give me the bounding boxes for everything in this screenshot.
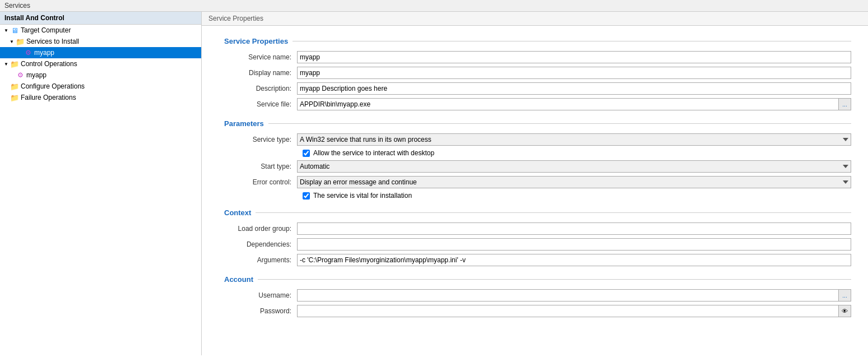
expand-target-computer[interactable]: ▼ xyxy=(2,26,10,34)
label-username: Username: xyxy=(224,291,297,299)
browse-service-file-button[interactable]: ... xyxy=(839,98,851,110)
expand-configure-operations xyxy=(2,82,10,90)
right-panel-header: Service Properties xyxy=(202,12,868,26)
tree-item-configure-operations[interactable]: 📁 Configure Operations xyxy=(0,81,201,92)
row-display-name: Display name: xyxy=(224,67,851,79)
label-load-order-group: Load order group: xyxy=(224,225,297,233)
label-error-control: Error control: xyxy=(224,178,297,186)
tree-label-services-to-install: Services to Install xyxy=(26,38,79,45)
row-vital-checkbox: The service is vital for installation xyxy=(224,192,851,200)
label-start-type: Start type: xyxy=(224,163,297,170)
input-dependencies[interactable] xyxy=(297,238,851,251)
tree-item-control-operations[interactable]: ▼ 📁 Control Operations xyxy=(0,58,201,69)
show-password-button[interactable]: 👁 xyxy=(839,305,851,317)
label-description: Description: xyxy=(224,85,297,92)
label-arguments: Arguments: xyxy=(224,256,297,264)
row-service-file: Service file: ... xyxy=(224,98,851,110)
main-container: Install And Control ▼ 🖥 Target Computer … xyxy=(0,12,868,355)
input-password[interactable] xyxy=(297,305,839,317)
computer-icon: 🖥 xyxy=(10,26,19,35)
label-service-file: Service file: xyxy=(224,100,297,108)
expand-failure-operations xyxy=(2,94,10,101)
label-vital-installation: The service is vital for installation xyxy=(313,192,412,200)
username-input-group: ... xyxy=(297,289,851,302)
folder-icon-services: 📁 xyxy=(16,37,25,46)
row-password: Password: 👁 xyxy=(224,305,851,317)
tree-item-failure-operations[interactable]: 📁 Failure Operations xyxy=(0,92,201,103)
tree-label-myapp-control: myapp xyxy=(26,71,47,79)
app-title: Services xyxy=(4,2,30,10)
folder-icon-failure: 📁 xyxy=(10,93,19,102)
service-file-input-group: ... xyxy=(297,98,851,110)
expand-control-operations[interactable]: ▼ xyxy=(2,60,10,68)
tree-label-target-computer: Target Computer xyxy=(21,26,71,34)
label-service-name: Service name: xyxy=(224,53,297,61)
row-service-name: Service name: xyxy=(224,51,851,63)
row-start-type: Start type: Automatic Manual Disabled xyxy=(224,160,851,173)
input-arguments[interactable] xyxy=(297,254,851,266)
row-error-control: Error control: Display an error message … xyxy=(224,176,851,188)
tree-label-myapp-service: myapp xyxy=(34,49,54,57)
password-input-group: 👁 xyxy=(297,305,851,317)
expand-myapp-control xyxy=(8,71,16,79)
right-panel: Service Properties Service Properties Se… xyxy=(202,12,868,355)
input-display-name[interactable] xyxy=(297,67,851,79)
row-load-order-group: Load order group: xyxy=(224,222,851,235)
label-display-name: Display name: xyxy=(224,69,297,77)
app-icon-myapp-control: ⚙ xyxy=(16,71,25,80)
app-icon-myapp-service: ⚙ xyxy=(24,48,33,57)
checkbox-vital-installation[interactable] xyxy=(303,192,310,200)
label-service-type: Service type: xyxy=(224,136,297,143)
select-service-type[interactable]: A Win32 service that runs in its own pro… xyxy=(297,133,851,146)
checkbox-interact-desktop[interactable] xyxy=(303,150,310,157)
section-title-account: Account xyxy=(224,275,851,284)
row-description: Description: xyxy=(224,82,851,95)
expand-services-to-install[interactable]: ▼ xyxy=(8,38,16,45)
tree-label-configure-operations: Configure Operations xyxy=(21,82,85,90)
left-panel: Install And Control ▼ 🖥 Target Computer … xyxy=(0,12,202,355)
label-dependencies: Dependencies: xyxy=(224,240,297,248)
title-bar: Services xyxy=(0,0,868,12)
tree-item-myapp-control[interactable]: ⚙ myapp xyxy=(0,69,201,81)
label-password: Password: xyxy=(224,307,297,315)
tree-label-failure-operations: Failure Operations xyxy=(21,94,76,101)
section-title-service-properties: Service Properties xyxy=(224,37,851,45)
tree-item-target-computer[interactable]: ▼ 🖥 Target Computer xyxy=(0,25,201,36)
left-panel-header: Install And Control xyxy=(0,12,201,25)
tree-label-control-operations: Control Operations xyxy=(21,60,77,68)
folder-icon-control: 📁 xyxy=(10,59,19,68)
section-title-parameters: Parameters xyxy=(224,119,851,128)
input-description[interactable] xyxy=(297,82,851,95)
input-service-name[interactable] xyxy=(297,51,851,63)
input-username[interactable] xyxy=(297,289,839,302)
row-service-type: Service type: A Win32 service that runs … xyxy=(224,133,851,146)
label-interact-desktop: Allow the service to interact with deskt… xyxy=(313,149,434,157)
input-service-file[interactable] xyxy=(297,98,839,110)
tree-item-services-to-install[interactable]: ▼ 📁 Services to Install xyxy=(0,36,201,47)
input-load-order-group[interactable] xyxy=(297,222,851,235)
select-start-type[interactable]: Automatic Manual Disabled xyxy=(297,160,851,173)
row-arguments: Arguments: xyxy=(224,254,851,266)
tree-item-myapp-service[interactable]: ⚙ myapp xyxy=(0,47,201,58)
row-interact-checkbox: Allow the service to interact with deskt… xyxy=(224,149,851,157)
browse-username-button[interactable]: ... xyxy=(839,289,851,302)
section-service-properties: Service Properties Service name: Display… xyxy=(202,26,868,332)
select-error-control[interactable]: Display an error message and continue Lo… xyxy=(297,176,851,188)
row-username: Username: ... xyxy=(224,289,851,302)
expand-myapp-service xyxy=(16,49,24,57)
row-dependencies: Dependencies: xyxy=(224,238,851,251)
section-title-context: Context xyxy=(224,208,851,217)
folder-icon-configure: 📁 xyxy=(10,82,19,91)
